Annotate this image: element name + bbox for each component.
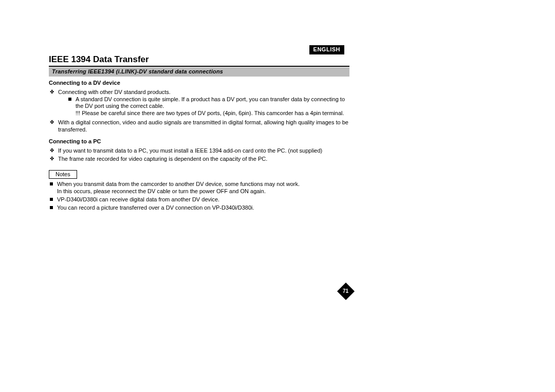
warning-text: !!! Please be careful since there are tw… xyxy=(76,110,344,116)
list-item: The frame rate recorded for video captur… xyxy=(49,156,349,163)
list-item: A standard DV connection is quite simple… xyxy=(67,96,349,117)
diamond-icon: 71 xyxy=(337,283,355,300)
list-item-text: When you transmit data from the camcorde… xyxy=(57,181,300,187)
language-badge: ENGLISH xyxy=(309,45,344,54)
dv-sublist: A standard DV connection is quite simple… xyxy=(67,96,349,117)
list-item: VP-D340i/D380i can receive digital data … xyxy=(49,196,349,203)
subtitle-bar: Transferring IEEE1394 (i.LINK)-DV standa… xyxy=(49,67,349,77)
dv-list: Connecting with other DV standard produc… xyxy=(49,89,349,134)
pc-list: If you want to transmit data to a PC, yo… xyxy=(49,147,349,163)
list-item-text: VP-D340i/D380i can receive digital data … xyxy=(57,196,219,202)
list-item-text: In this occurs, please reconnect the DV … xyxy=(57,188,266,194)
list-item-text: If you want to transmit data to a PC, yo… xyxy=(58,147,322,154)
list-item: If you want to transmit data to a PC, yo… xyxy=(49,147,349,155)
list-item: You can record a picture transferred ove… xyxy=(49,204,349,212)
page-number-badge: 71 xyxy=(336,285,356,297)
list-item: Connecting with other DV standard produc… xyxy=(49,89,349,117)
notes-label: Notes xyxy=(49,170,77,179)
list-item-text: A standard DV connection is quite simple… xyxy=(76,96,345,109)
section-heading-dv: Connecting to a DV device xyxy=(49,80,349,87)
manual-page: ENGLISH IEEE 1394 Data Transfer Transfer… xyxy=(0,0,555,392)
list-item-text: Connecting with other DV standard produc… xyxy=(58,89,171,95)
page-title: IEEE 1394 Data Transfer xyxy=(49,54,349,65)
list-item-text: You can record a picture transferred ove… xyxy=(57,204,254,211)
page-number: 71 xyxy=(343,288,348,295)
title-rule xyxy=(49,66,349,67)
content-column: IEEE 1394 Data Transfer Transferring IEE… xyxy=(49,54,349,211)
list-item: With a digital connection, video and aud… xyxy=(49,119,349,134)
notes-list: When you transmit data from the camcorde… xyxy=(49,181,349,211)
list-item-text: The frame rate recorded for video captur… xyxy=(58,156,267,162)
list-item: When you transmit data from the camcorde… xyxy=(49,181,349,195)
list-item-text: With a digital connection, video and aud… xyxy=(58,119,348,133)
section-heading-pc: Connecting to a PC xyxy=(49,138,349,145)
